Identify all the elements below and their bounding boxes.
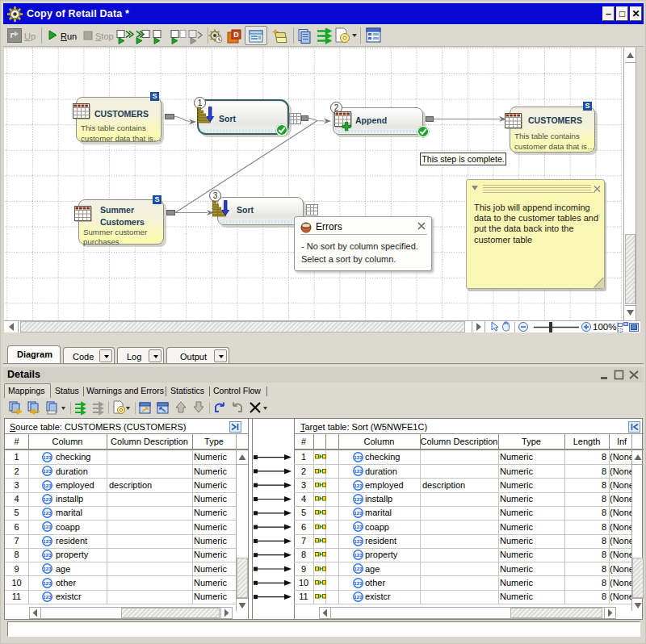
svg-text:D: D: [233, 31, 239, 39]
svg-text:100%: 100%: [593, 322, 616, 332]
